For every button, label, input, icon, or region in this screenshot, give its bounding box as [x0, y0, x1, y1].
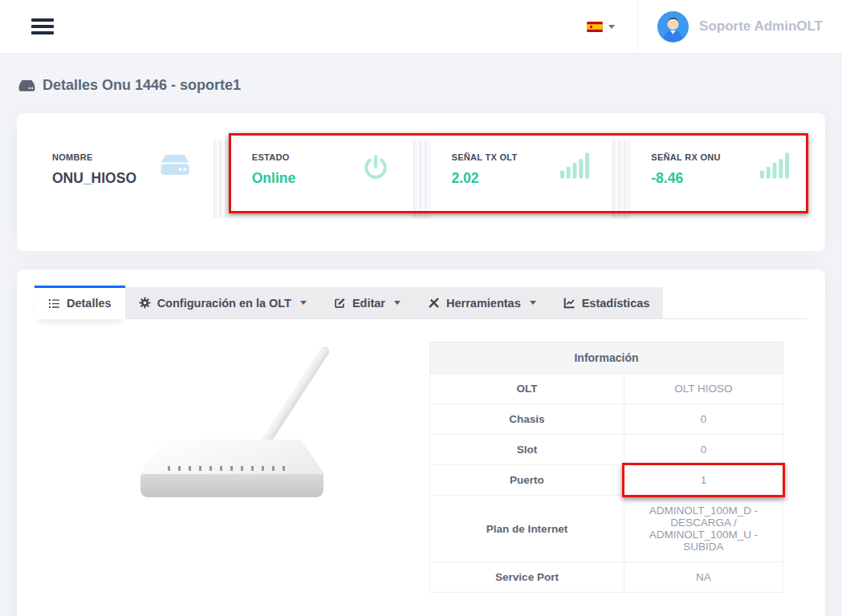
spain-flag-icon	[587, 22, 603, 32]
chevron-down-icon	[530, 301, 536, 305]
table-header-row: Información	[430, 342, 783, 374]
chart-icon	[563, 297, 576, 309]
row-value-highlighted-red: 1	[624, 465, 783, 496]
row-value: NA	[624, 562, 783, 593]
tab-group: Configuración en la OLT Editar	[125, 287, 664, 318]
stat-label: SEÑAL RX ONU	[651, 152, 721, 162]
page-title: Detalles Onu 1446 - soporte1	[43, 77, 241, 94]
onu-device-icon	[18, 79, 35, 92]
gear-icon	[139, 297, 151, 309]
tools-icon	[428, 297, 440, 309]
stat-nombre: NOMBRE ONU_HIOSO	[31, 150, 212, 187]
onu-body-base	[140, 474, 323, 497]
edit-icon	[334, 297, 346, 309]
tab-label: Detalles	[67, 297, 112, 310]
list-icon	[48, 298, 60, 310]
top-header: Soporte AdminOLT	[0, 0, 842, 54]
row-label: OLT	[430, 374, 624, 404]
row-label: Plan de Internet	[430, 496, 624, 562]
tab-label: Estadísticas	[582, 297, 650, 310]
header-right: Soporte AdminOLT	[587, 0, 823, 53]
chevron-down-icon	[608, 25, 615, 29]
hamburger-menu-button[interactable]	[28, 15, 57, 38]
table-row: Chasis 0	[430, 404, 783, 435]
table-row: OLT OLT HIOSO	[430, 374, 783, 404]
user-profile[interactable]: Soporte AdminOLT	[637, 0, 823, 53]
led-dot	[251, 466, 254, 471]
signal-bars-icon	[760, 152, 790, 179]
table-row: Service Port NA	[430, 562, 783, 593]
tab-configuracion-olt[interactable]: Configuración en la OLT	[125, 287, 320, 318]
onu-detail-card: Detalles Configuración en la OLT	[17, 270, 825, 616]
stat-value: Online	[252, 170, 295, 187]
row-label: Service Port	[430, 562, 624, 593]
chevron-down-icon	[394, 301, 401, 305]
row-value: 0	[624, 404, 783, 435]
stat-value: ONU_HIOSO	[52, 170, 136, 187]
onu-stats-card: NOMBRE ONU_HIOSO ESTADO Online	[17, 113, 825, 251]
power-icon	[360, 152, 391, 183]
tab-detalles[interactable]: Detalles	[35, 286, 125, 319]
led-dot	[199, 466, 201, 471]
hamburger-icon	[31, 31, 54, 34]
led-dot	[189, 466, 191, 471]
hamburger-icon	[31, 25, 54, 28]
stat-value: 2.02	[452, 170, 518, 187]
hamburger-icon	[31, 18, 54, 22]
row-value: 0	[624, 435, 783, 465]
table-row: Plan de Internet ADMINOLT_100M_D - DESCA…	[430, 496, 783, 562]
stat-label: NOMBRE	[52, 152, 136, 162]
led-dot	[283, 466, 285, 471]
led-dot	[209, 466, 212, 471]
signal-bars-icon	[560, 152, 590, 179]
stat-divider	[412, 140, 431, 218]
tab-editar[interactable]: Editar	[320, 287, 414, 318]
detalles-panel: Información OLT OLT HIOSO Chasis 0	[35, 342, 807, 593]
tab-label: Configuración en la OLT	[157, 297, 291, 310]
info-table-column: Información OLT OLT HIOSO Chasis 0	[429, 342, 807, 593]
table-title: Información	[430, 342, 783, 374]
chevron-down-icon	[300, 301, 307, 305]
led-dot	[230, 466, 233, 471]
tab-label: Herramientas	[446, 297, 521, 310]
led-dot	[272, 466, 275, 471]
led-dot	[178, 466, 181, 471]
onu-product-image	[139, 348, 325, 499]
avatar	[657, 11, 689, 43]
stat-senal-tx-olt: SEÑAL TX OLT 2.02	[431, 150, 612, 187]
user-name: Soporte AdminOLT	[699, 18, 823, 34]
stat-senal-rx-onu: SEÑAL RX ONU -8.46	[630, 150, 811, 187]
stat-value: -8.46	[651, 170, 721, 187]
table-row: Slot 0	[430, 435, 783, 465]
stat-divider	[611, 140, 630, 218]
stats-row: NOMBRE ONU_HIOSO ESTADO Online	[17, 113, 825, 251]
onu-image-column	[35, 342, 429, 593]
row-label: Slot	[430, 435, 624, 465]
tab-herramientas[interactable]: Herramientas	[414, 287, 550, 318]
tab-label: Editar	[352, 297, 385, 310]
led-dot	[220, 466, 222, 471]
info-table: Información OLT OLT HIOSO Chasis 0	[429, 342, 783, 593]
main-content: Detalles Onu 1446 - soporte1 NOMBRE ONU_…	[0, 77, 842, 616]
language-selector[interactable]	[587, 22, 637, 32]
row-label: Puerto	[430, 465, 624, 496]
stat-label: ESTADO	[252, 152, 295, 162]
led-dot	[262, 466, 264, 471]
row-label: Chasis	[430, 404, 624, 435]
stat-label: SEÑAL TX OLT	[452, 152, 518, 162]
tab-bar: Detalles Configuración en la OLT	[35, 286, 807, 319]
led-dot	[241, 466, 243, 471]
tab-estadisticas[interactable]: Estadísticas	[550, 287, 664, 318]
stat-estado: ESTADO Online	[231, 150, 412, 187]
breadcrumb: Detalles Onu 1446 - soporte1	[18, 77, 825, 94]
onu-led-row	[168, 466, 285, 471]
row-value: OLT HIOSO	[624, 374, 783, 404]
led-dot	[168, 466, 170, 471]
table-row: Puerto 1	[430, 465, 783, 496]
stat-divider	[212, 140, 231, 218]
row-value: ADMINOLT_100M_D - DESCARGA / ADMINOLT_10…	[624, 496, 783, 562]
server-icon	[159, 152, 191, 178]
